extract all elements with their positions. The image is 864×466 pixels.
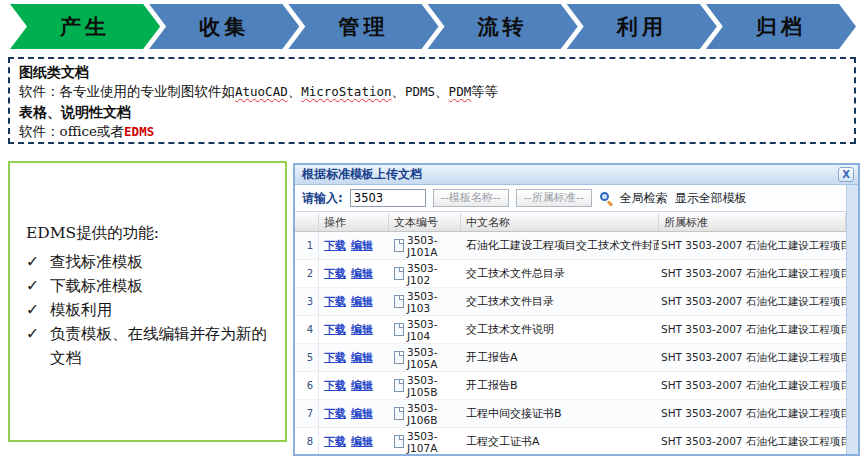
standard-dropdown[interactable]: --所属标准--	[516, 189, 592, 207]
row-doc-code: 3503-J105A	[389, 346, 461, 370]
software-line-suffix: 等等	[471, 83, 498, 99]
download-link[interactable]: 下载	[324, 406, 346, 421]
software-name-pdm: PDM	[449, 84, 472, 99]
document-icon	[394, 407, 404, 420]
flow-step-label: 管理	[338, 13, 388, 41]
vertical-scrollbar[interactable]	[846, 185, 858, 454]
document-icon	[394, 379, 404, 392]
edit-link[interactable]: 编辑	[351, 378, 373, 393]
table-header-row: 操作 文本编号 中文名称 所属标准	[295, 213, 846, 232]
row-operations: 下载 编辑	[319, 378, 389, 393]
table-row: 8 下载 编辑 3503-J107A 工程交工证书A SHT 3503-2007…	[295, 428, 846, 454]
header-rownum	[295, 213, 319, 231]
row-standard: SHT 3503-2007 石油化工建设工程项目交工…	[659, 323, 846, 337]
row-chinese-name: 工程中间交接证书B	[461, 406, 659, 421]
flow-step-label: 归档	[756, 13, 806, 41]
download-link[interactable]: 下载	[324, 294, 346, 309]
doc-code-text: 3503-J106B	[407, 402, 461, 426]
upload-template-dialog: 根据标准模板上传文档 X 请输入: --模板名称-- --所属标准-- 全局检索…	[293, 163, 860, 456]
flow-step-chevron: 收集	[149, 4, 299, 49]
show-all-templates-button[interactable]: 显示全部模板	[675, 190, 747, 207]
document-icon	[394, 351, 404, 364]
template-table: 操作 文本编号 中文名称 所属标准 1 下载 编辑 3503-J101A 石	[295, 213, 846, 454]
row-operations: 下载 编辑	[319, 350, 389, 365]
row-standard: SHT 3503-2007 石油化工建设工程项目交工…	[659, 351, 846, 365]
document-icon	[394, 267, 404, 280]
download-link[interactable]: 下载	[324, 350, 346, 365]
edms-features-box: EDMS提供的功能: ✓ 查找标准模板 ✓ 下载标准模板 ✓ 模板利用 ✓ 负责…	[8, 161, 287, 442]
edit-link[interactable]: 编辑	[351, 294, 373, 309]
row-doc-code: 3503-J102	[389, 262, 461, 286]
doc-type-heading-tables: 表格、说明性文档	[19, 102, 845, 122]
flow-step-chevron: 利用	[567, 4, 717, 49]
doc-type-office-line: 软件：office或者EDMS	[19, 122, 845, 142]
search-input-label: 请输入:	[302, 190, 343, 207]
row-chinese-name: 开工报告A	[461, 350, 659, 365]
header-doc-code: 文本编号	[389, 213, 461, 231]
edit-link[interactable]: 编辑	[351, 322, 373, 337]
edit-link[interactable]: 编辑	[351, 406, 373, 421]
row-doc-code: 3503-J103	[389, 290, 461, 314]
download-link[interactable]: 下载	[324, 266, 346, 281]
feature-item-label: 模板利用	[50, 298, 112, 322]
table-row: 3 下载 编辑 3503-J103 交工技术文件目录 SHT 3503-2007…	[295, 288, 846, 316]
close-icon[interactable]: X	[838, 167, 854, 182]
feature-item-label: 负责模板、在线编辑并存为新的文档	[50, 322, 275, 370]
flow-step-chevron: 管理	[288, 4, 438, 49]
flow-step-chevron: 流转	[428, 4, 578, 49]
feature-item: ✓ 下载标准模板	[26, 274, 275, 298]
document-icon	[394, 323, 404, 336]
search-icon[interactable]	[599, 191, 613, 205]
download-link[interactable]: 下载	[324, 322, 346, 337]
flow-step-label: 流转	[478, 13, 528, 41]
flow-step-label: 收集	[199, 13, 249, 41]
row-chinese-name: 石油化工建设工程项目交工技术文件封面A	[461, 238, 659, 253]
features-title: EDMS提供的功能:	[26, 223, 275, 244]
row-chinese-name: 交工技术文件总目录	[461, 266, 659, 281]
download-link[interactable]: 下载	[324, 238, 346, 253]
separator: 、	[392, 83, 406, 99]
software-name-atuocad: AtuoCAD	[235, 84, 288, 99]
row-number: 1	[295, 232, 319, 259]
row-operations: 下载 编辑	[319, 238, 389, 253]
dialog-titlebar: 根据标准模板上传文档 X	[295, 165, 858, 185]
download-link[interactable]: 下载	[324, 378, 346, 393]
document-icon	[394, 295, 404, 308]
table-row: 7 下载 编辑 3503-J106B 工程中间交接证书B SHT 3503-20…	[295, 400, 846, 428]
download-link[interactable]: 下载	[324, 434, 346, 449]
global-search-button[interactable]: 全局检索	[620, 190, 668, 207]
doc-code-text: 3503-J104	[407, 318, 461, 342]
header-standard: 所属标准	[659, 213, 846, 231]
feature-item: ✓ 查找标准模板	[26, 250, 275, 274]
document-types-box: 图纸类文档 软件：各专业使用的专业制图软件如AtuoCAD、MicroStati…	[8, 57, 856, 144]
edit-link[interactable]: 编辑	[351, 238, 373, 253]
row-standard: SHT 3503-2007 石油化工建设工程项目交工…	[659, 435, 846, 449]
table-row: 1 下载 编辑 3503-J101A 石油化工建设工程项目交工技术文件封面A S…	[295, 232, 846, 260]
edit-link[interactable]: 编辑	[351, 434, 373, 449]
row-number: 3	[295, 288, 319, 315]
row-standard: SHT 3503-2007 石油化工建设工程项目交工…	[659, 407, 846, 421]
row-doc-code: 3503-J105B	[389, 374, 461, 398]
dialog-title: 根据标准模板上传文档	[302, 166, 422, 183]
dialog-searchbar: 请输入: --模板名称-- --所属标准-- 全局检索 显示全部模板	[295, 185, 858, 212]
header-chinese-name: 中文名称	[461, 213, 659, 231]
table-row: 6 下载 编辑 3503-J105B 开工报告B SHT 3503-2007 石…	[295, 372, 846, 400]
office-line-prefix: 软件：office或者	[19, 123, 124, 139]
doc-type-heading-drawings: 图纸类文档	[19, 62, 845, 82]
row-doc-code: 3503-J107A	[389, 430, 461, 454]
template-name-dropdown[interactable]: --模板名称--	[433, 189, 509, 207]
row-standard: SHT 3503-2007 石油化工建设工程项目交工…	[659, 295, 846, 309]
row-operations: 下载 编辑	[319, 322, 389, 337]
edit-link[interactable]: 编辑	[351, 350, 373, 365]
separator: 、	[435, 83, 449, 99]
flow-step-chevron: 归档	[706, 4, 856, 49]
table-body: 1 下载 编辑 3503-J101A 石油化工建设工程项目交工技术文件封面A S…	[295, 232, 846, 454]
edit-link[interactable]: 编辑	[351, 266, 373, 281]
search-input[interactable]	[350, 189, 426, 207]
row-standard: SHT 3503-2007 石油化工建设工程项目交工…	[659, 239, 846, 253]
checkmark-icon: ✓	[26, 322, 50, 370]
software-line-prefix: 软件：各专业使用的专业制图软件如	[19, 83, 235, 99]
software-name-pdms: PDMS	[405, 84, 435, 99]
feature-item: ✓ 负责模板、在线编辑并存为新的文档	[26, 322, 275, 370]
table-row: 4 下载 编辑 3503-J104 交工技术文件说明 SHT 3503-2007…	[295, 316, 846, 344]
